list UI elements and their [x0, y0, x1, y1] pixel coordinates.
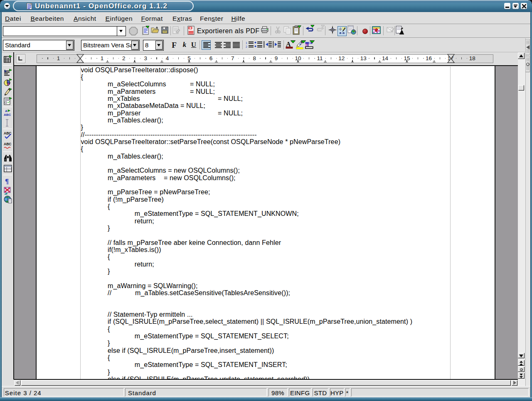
svg-text:A: A: [286, 41, 291, 48]
svg-text:1: 1: [246, 42, 247, 44]
svg-text:ABC: ABC: [4, 142, 11, 146]
svg-text:2: 2: [246, 45, 247, 48]
svg-text:A: A: [5, 109, 7, 113]
svg-text:ABC: ABC: [4, 113, 11, 117]
svg-text:¶: ¶: [5, 177, 9, 185]
